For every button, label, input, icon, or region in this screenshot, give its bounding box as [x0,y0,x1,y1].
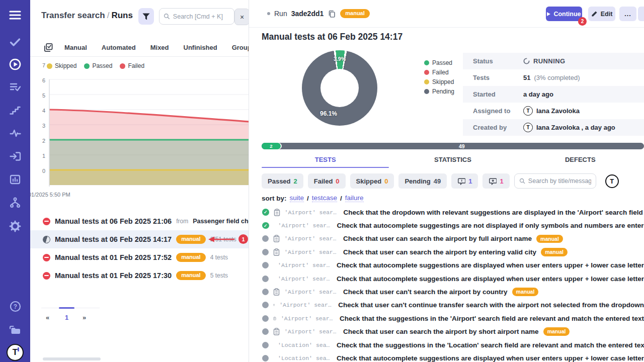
test-row[interactable]: 'Location' sea… Check that autocomplete … [249,351,644,362]
app-logo[interactable]: T [0,344,30,361]
logo-tick [18,347,19,351]
test-suite[interactable]: 'Airport' sear… [281,315,335,322]
test-row[interactable]: 'Airport' sear… Check that the suggestio… [249,312,644,325]
tab-unfinished[interactable]: Unfinished [184,44,217,51]
test-suite[interactable]: 'Location' sea… [278,355,332,361]
test-row[interactable]: 'Airport' sear… Check that user can't se… [249,285,644,298]
test-suite[interactable]: 'Airport' sear… [279,302,334,308]
more-actions-button[interactable]: ... [619,7,636,21]
sort-by-failure-link[interactable]: failure [345,194,364,202]
hamburger-menu-icon[interactable] [0,9,30,21]
edit-button[interactable]: Edit [588,7,615,21]
test-plans-icon[interactable] [0,81,30,93]
status-row: Status RUNNING [463,53,644,69]
pulse-icon[interactable] [0,127,30,139]
test-suite[interactable]: 'Airport' sear… [284,235,339,242]
pager-page-1[interactable]: 1 [65,314,68,321]
edit-label: Edit [601,11,613,18]
run-row[interactable]: Manual tests at 01 Feb 2025 17:52 manual… [30,248,249,266]
test-title[interactable]: Check that the dropdown with relevant su… [344,209,643,216]
created-value[interactable]: Iana Zavoloka , a day ago [536,124,615,131]
tab-manual[interactable]: Manual [64,44,87,51]
tab-automated[interactable]: Automated [102,44,136,51]
test-row[interactable]: ✓ 'Airport' sear… Check that the dropdow… [249,206,644,219]
test-row[interactable]: 'Airport' sear… Check that user can't co… [249,299,644,312]
test-suite[interactable]: 'Airport' sear… [278,262,332,268]
test-suite[interactable]: 'Airport' sear… [278,276,332,282]
test-suite[interactable]: 'Airport' sear… [284,289,339,295]
filter-comments-button[interactable]: 1 [451,173,478,189]
test-suite[interactable]: 'Airport' sear… [285,209,339,216]
test-suite[interactable]: 'Airport' sear… [284,328,339,335]
test-suite[interactable]: 'Airport' sear… [284,249,339,255]
help-icon[interactable]: ? [0,300,30,313]
settings-gear-icon[interactable] [0,220,30,233]
analytics-icon[interactable] [0,173,30,186]
tests-search-input[interactable] [528,177,591,185]
test-title[interactable]: Check that user can't search the airport… [343,288,508,296]
filter-pending-button[interactable]: Pending49 [398,173,447,189]
filter-skipped-button[interactable]: Skipped0 [350,173,394,189]
run-from-label: from [176,218,188,225]
sort-by-testcase-link[interactable]: testcase [312,194,337,202]
tests-icon[interactable] [0,36,30,48]
test-title[interactable]: Check that user can search the airport b… [343,328,539,335]
copy-icon[interactable] [328,10,336,18]
runs-icon[interactable] [0,58,30,71]
tab-groups[interactable]: Groups [232,44,249,51]
test-row[interactable]: 'Airport' sear… Check that user can sear… [249,232,644,245]
filter-passed-button[interactable]: Passed2 [262,173,303,189]
steps-icon[interactable] [0,104,30,116]
filter-failed-button[interactable]: Failed0 [308,173,346,189]
tab-statistics[interactable]: STATISTICS [389,152,516,168]
filter-button[interactable] [138,8,154,25]
run-details-panel: Run 3ade2dd1 manual Continue 2 Edit ... … [249,0,644,362]
test-pending-icon [262,249,269,255]
test-title[interactable]: Check that user can search the airport b… [343,235,532,242]
clipped-button[interactable] [638,7,644,21]
branches-icon[interactable] [0,197,30,209]
runs-search[interactable] [159,8,234,25]
test-row[interactable]: 'Airport' sear… Check that autocomplete … [249,272,644,285]
select-all-icon[interactable] [43,42,53,53]
projects-folder-icon[interactable] [0,323,30,336]
tab-mixed[interactable]: Mixed [150,44,169,51]
run-row[interactable]: Manual tests at 01 Feb 2025 17:30 manual… [30,266,249,285]
testcase-icon [273,235,280,242]
sort-by-suite-link[interactable]: suite [290,194,304,202]
assigned-value[interactable]: Iana Zavoloka [536,107,580,115]
tab-tests[interactable]: TESTS [262,152,389,168]
run-failed-icon [43,218,50,225]
filter-comments-add-button[interactable]: 1 [482,173,509,189]
test-suite[interactable]: 'Airport' sear… [278,222,333,229]
tab-defects[interactable]: DEFECTS [517,152,644,168]
test-row[interactable]: ✓ 'Airport' sear… Check that autocomplet… [249,219,644,232]
test-row[interactable]: 'Airport' sear… Check that user can sear… [249,325,644,338]
test-title[interactable]: Check that autocomplete suggestions are … [337,354,644,362]
pager-prev-button[interactable]: « [46,314,49,321]
import-icon[interactable] [0,150,30,162]
test-title[interactable]: Check that autocomplete suggestings are … [337,222,644,229]
passed-dot [424,60,429,65]
test-title[interactable]: Check that autocomplete suggestions are … [337,275,644,283]
user-avatar[interactable]: T [605,174,619,188]
test-title[interactable]: Check that user can't continue transfer … [338,301,644,309]
test-row[interactable]: 'Location' sea… Check that the suggestio… [249,338,644,351]
runs-search-input[interactable] [173,13,230,20]
continue-button[interactable]: Continue [546,7,582,21]
test-title[interactable]: Check that user can search the airport b… [343,248,536,256]
horizontal-scrollbar[interactable] [43,357,101,360]
test-row[interactable]: 'Airport' sear… Check that autocomplete … [249,259,644,272]
test-title[interactable]: Check that the suggestions in the 'Airpo… [340,315,644,322]
legend-skipped: Skipped [55,62,76,69]
test-title[interactable]: Check that autocomplete suggestions are … [337,261,644,269]
panel-close-button[interactable]: × [234,9,249,25]
run-row[interactable]: Manual tests at 06 Feb 2025 21:06 from P… [30,212,249,230]
test-title[interactable]: Check that the suggestions in the 'Locat… [337,341,644,349]
test-suite[interactable]: 'Location' sea… [278,342,332,348]
pager-next-button[interactable]: » [83,314,86,321]
tests-search[interactable] [514,173,596,189]
test-row[interactable]: 'Airport' sear… Check that user can sear… [249,245,644,258]
pager-active-indicator [59,307,74,309]
breadcrumb-project[interactable]: Transfer search [41,11,105,20]
